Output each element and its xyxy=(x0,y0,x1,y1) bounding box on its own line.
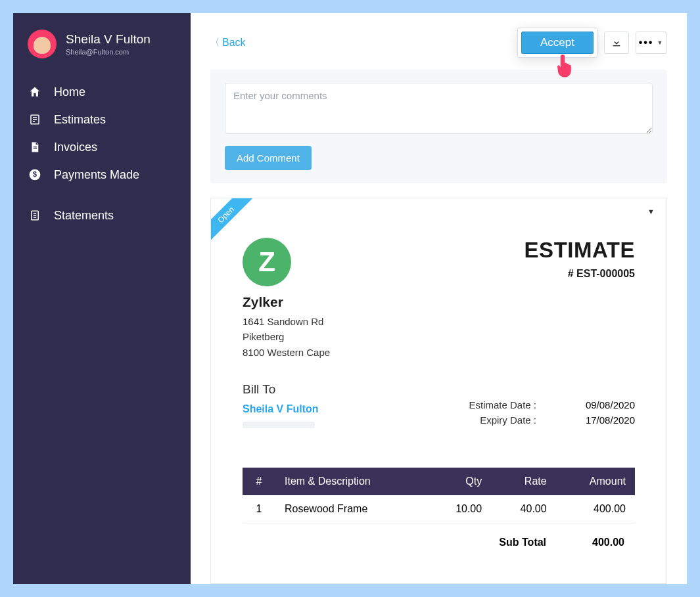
sidebar-item-label: Home xyxy=(54,85,85,99)
profile-block: Sheila V Fulton Sheila@Fulton.com xyxy=(13,30,191,72)
org-name: Zylker xyxy=(243,294,330,310)
sidebar-item-estimates[interactable]: Estimates xyxy=(13,106,191,133)
download-icon xyxy=(611,37,622,48)
document-title: ESTIMATE xyxy=(525,238,635,263)
chevron-left-icon: 〈 xyxy=(210,37,220,49)
invoice-icon xyxy=(28,140,42,154)
subtotal-label: Sub Total xyxy=(499,537,546,548)
org-address: 1641 Sandown Rd Piketberg 8100 Western C… xyxy=(243,314,330,360)
sidebar-item-label: Invoices xyxy=(54,141,97,154)
sidebar-item-label: Statements xyxy=(54,209,114,223)
sidebar-item-payments[interactable]: $ Payments Made xyxy=(13,161,191,188)
document-number: # EST-000005 xyxy=(525,268,635,280)
document-header: Z Zylker 1641 Sandown Rd Piketberg 8100 … xyxy=(243,238,635,360)
sidebar-item-label: Payments Made xyxy=(54,168,139,182)
col-rate: Rate xyxy=(491,468,555,495)
add-comment-button[interactable]: Add Comment xyxy=(225,146,312,170)
subtotal-row: Sub Total 400.00 xyxy=(243,523,635,548)
dots-icon: ••• xyxy=(639,37,654,49)
org-block: Z Zylker 1641 Sandown Rd Piketberg 8100 … xyxy=(243,238,330,360)
expiry-date-label: Expiry Date : xyxy=(480,414,536,426)
statements-icon xyxy=(28,208,42,223)
top-actions: Accept •••▼ xyxy=(517,28,667,58)
table-row: 1 Rosewood Frame 10.00 40.00 400.00 xyxy=(243,495,635,523)
bill-to-label: Bill To xyxy=(243,382,635,397)
col-amount: Amount xyxy=(556,468,635,495)
document-menu-toggle[interactable]: ▼ xyxy=(647,208,655,215)
col-qty: Qty xyxy=(427,468,491,495)
estimate-document: Open ▼ Z Zylker 1641 Sandown Rd Piketber… xyxy=(210,198,667,584)
sidebar-item-home[interactable]: Home xyxy=(13,78,191,106)
app-frame: Sheila V Fulton Sheila@Fulton.com Home E… xyxy=(13,13,687,584)
svg-rect-4 xyxy=(34,146,37,147)
payments-icon: $ xyxy=(28,167,42,182)
subtotal-value: 400.00 xyxy=(592,537,624,548)
placeholder-bar xyxy=(243,422,315,428)
items-table: # Item & Description Qty Rate Amount 1 R… xyxy=(243,468,635,523)
estimate-date-label: Estimate Date : xyxy=(469,399,536,410)
estimate-date-value: 09/08/2020 xyxy=(576,399,635,410)
home-icon xyxy=(28,85,42,99)
date-block: Estimate Date : 09/08/2020 Expiry Date :… xyxy=(469,399,635,430)
col-description: Item & Description xyxy=(275,468,427,495)
svg-rect-5 xyxy=(34,148,37,149)
topbar: 〈 Back Accept •••▼ xyxy=(210,28,667,58)
col-index: # xyxy=(243,468,275,495)
estimate-icon xyxy=(28,112,42,127)
doc-title-block: ESTIMATE # EST-000005 xyxy=(525,238,635,280)
comment-panel: Add Comment xyxy=(210,70,667,183)
avatar xyxy=(28,30,57,58)
svg-rect-12 xyxy=(613,45,620,46)
svg-text:$: $ xyxy=(33,170,37,178)
back-link[interactable]: 〈 Back xyxy=(210,37,246,49)
profile-email: Sheila@Fulton.com xyxy=(66,48,151,56)
sidebar-nav: Home Estimates Invoices $ Payments Made xyxy=(13,78,191,229)
accept-wrap: Accept xyxy=(517,28,597,58)
sidebar: Sheila V Fulton Sheila@Fulton.com Home E… xyxy=(13,13,191,584)
download-button[interactable] xyxy=(604,32,629,54)
main-content: 〈 Back Accept •••▼ Add C xyxy=(191,13,687,584)
sidebar-item-label: Estimates xyxy=(54,113,106,127)
back-label: Back xyxy=(222,37,246,49)
org-logo: Z xyxy=(243,238,291,286)
more-button[interactable]: •••▼ xyxy=(636,32,667,54)
profile-name: Sheila V Fulton xyxy=(66,32,151,47)
sidebar-item-statements[interactable]: Statements xyxy=(13,202,191,229)
chevron-down-icon: ▼ xyxy=(657,39,664,46)
accept-button[interactable]: Accept xyxy=(521,32,594,54)
comment-input[interactable] xyxy=(225,83,653,134)
expiry-date-value: 17/08/2020 xyxy=(576,414,635,426)
sidebar-item-invoices[interactable]: Invoices xyxy=(13,133,191,161)
